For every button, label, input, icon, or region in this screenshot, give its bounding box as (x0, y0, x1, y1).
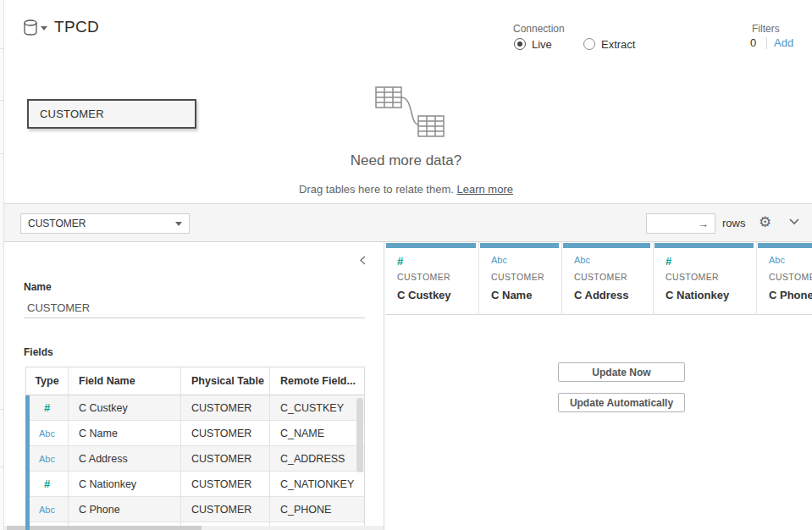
physical-table: CUSTOMER (181, 395, 270, 420)
table-dropdown[interactable]: CUSTOMER (20, 213, 190, 234)
column-separator (756, 242, 757, 315)
col-header-remote[interactable]: Remote Field... (270, 367, 364, 395)
column-accent-bar (386, 243, 476, 248)
field-name: C Name (69, 421, 181, 445)
name-label: Name (24, 281, 52, 293)
rows-count-input[interactable] (647, 215, 696, 232)
filters-add-link[interactable]: Add (774, 36, 793, 49)
gear-icon[interactable]: ⚙ (759, 213, 771, 231)
col-header-name[interactable]: Field Name (69, 367, 181, 395)
column-separator (478, 242, 479, 315)
canvas-table-customer[interactable]: CUSTOMER (27, 99, 196, 129)
radio-extract[interactable]: Extract (583, 37, 635, 51)
update-now-button[interactable]: Update Now (558, 362, 685, 382)
grid-column-c-nationkey[interactable]: # CUSTOMER C Nationkey (654, 242, 756, 315)
grid-column-c-address[interactable]: Abc CUSTOMER C Address (562, 242, 653, 315)
fields-table-header: Type Field Name Physical Table Remote Fi… (26, 367, 364, 395)
remote-field: C_ADDRESS (270, 446, 364, 471)
radio-live-label: Live (532, 38, 552, 51)
number-type-icon: # (44, 478, 50, 490)
field-name: C Custkey (69, 395, 181, 420)
string-type-icon: Abc (39, 428, 55, 439)
column-table-name: CUSTOMER (491, 272, 544, 282)
physical-table: CUSTOMER (181, 421, 270, 445)
filters-count: 0 (750, 36, 756, 49)
fields-horizontal-scrollbar[interactable] (0, 526, 384, 530)
relate-tables-illustration (362, 80, 464, 141)
connection-label: Connection (513, 23, 565, 35)
field-row[interactable]: # C Custkey CUSTOMER C_CUSTKEY (26, 395, 364, 421)
grid-column-c-phone[interactable]: Abc CUSTOMER C Phone (757, 242, 812, 315)
field-name: C Phone (69, 497, 181, 522)
physical-table: CUSTOMER (181, 446, 270, 471)
rail-divider (0, 153, 4, 154)
string-type-icon: Abc (769, 255, 785, 265)
connections-pane-edge[interactable] (0, 0, 4, 530)
column-accent-bar (655, 243, 754, 248)
grid-column-c-custkey[interactable]: # CUSTOMER C Custkey (385, 242, 478, 315)
radio-live[interactable]: Live (514, 37, 552, 51)
collapse-grid-chevron-icon[interactable] (788, 218, 800, 225)
rail-divider (0, 467, 4, 467)
column-field-name[interactable]: C Custkey (397, 289, 451, 301)
radio-extract-circle[interactable] (583, 38, 595, 50)
selected-table-accent (25, 395, 30, 530)
rows-input-wrap: → (646, 213, 715, 234)
table-details-panel: Name Fields Type Field Name Physical Tab… (0, 242, 384, 530)
logical-table-toolbar: CUSTOMER → rows ⚙ (0, 203, 812, 242)
rail-divider (0, 48, 4, 49)
column-separator (561, 242, 562, 315)
table-name-input[interactable] (24, 298, 365, 318)
number-type-icon: # (44, 401, 50, 414)
column-table-name: CUSTOMER (769, 272, 812, 282)
database-icon[interactable] (23, 19, 38, 36)
field-name: C Address (69, 446, 181, 471)
col-header-physical[interactable]: Physical Table (181, 367, 270, 395)
fields-vertical-scrollbar[interactable] (356, 398, 363, 472)
string-type-icon: Abc (39, 454, 55, 464)
radio-live-circle[interactable] (514, 38, 526, 50)
column-table-name: CUSTOMER (574, 272, 627, 282)
database-dropdown-caret[interactable] (41, 26, 47, 30)
number-type-icon: # (666, 255, 671, 268)
physical-table: CUSTOMER (181, 497, 270, 522)
column-field-name[interactable]: C Name (491, 289, 532, 301)
fields-label: Fields (24, 346, 53, 358)
field-row[interactable]: Abc C Name CUSTOMER C_NAME (26, 421, 364, 446)
datasource-page: TPCD Connection Live Extract Filters 0 A… (0, 0, 812, 530)
filters-separator (766, 37, 767, 49)
filters-label: Filters (752, 23, 780, 35)
field-row[interactable]: Abc C Address CUSTOMER C_ADDRESS (26, 446, 364, 472)
field-row[interactable]: # C Nationkey CUSTOMER C_NATIONKEY (26, 472, 364, 497)
column-field-name[interactable]: C Nationkey (666, 289, 729, 301)
collapse-panel-icon[interactable] (359, 254, 367, 269)
learn-more-link[interactable]: Learn more (456, 183, 512, 196)
remote-field: C_PHONE (270, 497, 364, 522)
datasource-header: TPCD Connection Live Extract Filters 0 A… (0, 0, 812, 59)
remote-field: C_CUSTKEY (270, 395, 364, 420)
rail-divider (0, 409, 4, 410)
column-field-name[interactable]: C Phone (769, 289, 812, 301)
rows-label: rows (722, 217, 745, 229)
column-field-name[interactable]: C Address (574, 289, 629, 301)
scrollbar-thumb[interactable] (7, 526, 202, 530)
empty-state-subtitle: Drag tables here to relate them. Learn m… (0, 183, 812, 196)
field-name: C Nationkey (69, 472, 181, 496)
column-table-name: CUSTOMER (666, 272, 719, 282)
update-automatically-button[interactable]: Update Automatically (558, 393, 685, 412)
string-type-icon: Abc (39, 505, 55, 515)
column-accent-bar (563, 243, 650, 248)
number-type-icon: # (397, 255, 403, 268)
data-preview-grid: # CUSTOMER C Custkey Abc CUSTOMER C Name… (385, 242, 812, 530)
empty-state-text: Drag tables here to relate them. (299, 183, 456, 196)
physical-table: CUSTOMER (181, 472, 270, 496)
grid-column-c-name[interactable]: Abc CUSTOMER C Name (479, 242, 561, 315)
field-row[interactable]: Abc C Phone CUSTOMER C_PHONE (26, 497, 364, 522)
arrow-right-icon[interactable]: → (698, 218, 709, 230)
datasource-title[interactable]: TPCD (54, 18, 99, 36)
fields-table: Type Field Name Physical Table Remote Fi… (25, 367, 365, 530)
column-table-name: CUSTOMER (397, 272, 450, 282)
string-type-icon: Abc (574, 255, 590, 265)
col-header-type[interactable]: Type (26, 367, 69, 395)
remote-field: C_NAME (270, 421, 364, 445)
